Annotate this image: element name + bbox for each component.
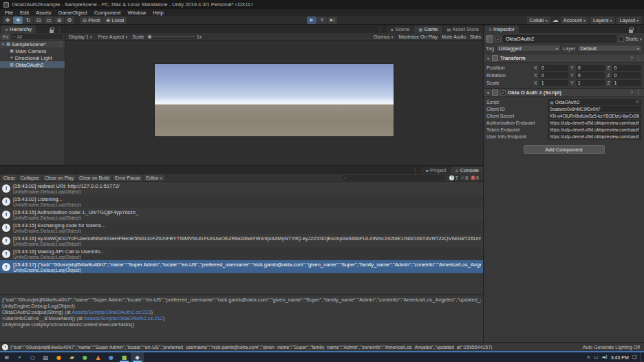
game-toolbar-button[interactable]: Stats — [470, 34, 481, 39]
foldout-arrow-icon[interactable]: ▼ — [1, 42, 5, 46]
menu-item[interactable]: GameObject — [55, 10, 91, 16]
menu-item[interactable]: Assets — [32, 10, 55, 16]
console-log-entry[interactable]: ! [15:43:02] Listening... UnityEngine.De… — [0, 195, 483, 208]
stack-trace-link[interactable]: Assets/Scripts/OktaOAuth2.cs:223 — [72, 309, 151, 315]
layer-dropdown[interactable]: Default▾ — [577, 45, 642, 52]
hierarchy-search-input[interactable]: ⌕All — [11, 34, 63, 39]
axis-y-field[interactable]: 0 — [576, 65, 605, 71]
volume-icon[interactable]: ◄) — [602, 354, 608, 360]
tab-game[interactable]: ▦Game — [414, 25, 442, 33]
static-checkbox[interactable] — [619, 36, 624, 42]
show-desktop-button[interactable] — [640, 352, 642, 362]
network-icon[interactable]: ▭ — [594, 354, 599, 360]
field-value[interactable]: ▤ https://udp-devrel-d9d.oktapreview.com… — [548, 127, 641, 133]
file-explorer-icon[interactable]: ▰ — [65, 352, 78, 362]
status-info-icon[interactable]: ! — [2, 344, 8, 350]
menu-item[interactable]: File — [1, 10, 17, 16]
console-log-entry[interactable]: ! [15:43:02] redirect URI: http://127.0.… — [0, 182, 483, 195]
warning-count-badge[interactable]: ⚠0 — [460, 175, 468, 180]
axis-z-field[interactable]: 1 — [612, 80, 641, 86]
field-value[interactable]: ▤ 0oaswzv0v8nMC9fDv0h7 ⊙ — [548, 106, 641, 112]
kebab-menu-icon[interactable]: ⋮ — [636, 56, 641, 61]
tray-chevron-icon[interactable]: ∧ — [587, 354, 590, 360]
scene-header-row[interactable]: ▼ ▦ SampleScene* ⋮ — [0, 41, 65, 47]
console-log-entry[interactable]: ! [15:43:16] Making API Call to Userinfo… — [0, 247, 483, 260]
vlc-icon[interactable]: ▲ — [92, 352, 105, 362]
unity-hub-icon[interactable]: ■ — [118, 352, 131, 362]
menu-item[interactable]: Component — [91, 10, 125, 16]
stack-trace-link[interactable]: Assets/Scripts/OktaOAuth2.cs:212 — [84, 315, 163, 321]
kebab-menu-icon[interactable]: ⋮ — [636, 90, 641, 96]
tab-project[interactable]: ▰Project — [421, 167, 450, 174]
axis-z-field[interactable]: 0 — [612, 72, 641, 78]
foldout-arrow-icon[interactable]: ▼ — [486, 91, 490, 95]
play-button[interactable]: ▶ — [307, 17, 316, 24]
notification-center-icon[interactable]: ❏ — [632, 354, 636, 360]
create-object-button[interactable]: +▾ — [1, 34, 10, 40]
layout-dropdown[interactable]: Layout▾ — [616, 17, 641, 24]
status-message[interactable]: {"sub":"00usvjxtqf64iw9u40h7","name":"Su… — [10, 345, 579, 350]
tag-dropdown[interactable]: Untagged▾ — [496, 45, 561, 52]
tab-asset-store[interactable]: ▤Asset Store — [443, 25, 483, 33]
object-picker-icon[interactable]: ⊙ — [636, 99, 639, 105]
axis-z-field[interactable]: 0 — [612, 65, 641, 71]
aspect-dropdown[interactable]: Free Aspect▾ — [97, 34, 129, 40]
slider-thumb[interactable] — [148, 35, 151, 39]
custom-tool-button[interactable]: ⚙ — [65, 17, 74, 24]
kebab-menu-icon[interactable]: ⋮ — [56, 28, 62, 33]
tab-inspector[interactable]: ⊙Inspector — [484, 25, 519, 33]
console-toolbar-button[interactable]: Error Pause — [113, 175, 142, 181]
tab-hierarchy[interactable]: ≡Hierarchy — [1, 25, 36, 33]
kebab-menu-icon[interactable]: ⋮ — [58, 41, 63, 47]
field-value[interactable]: ▤ https://udp-devrel-d9d.oktapreview.com… — [548, 134, 641, 140]
static-group[interactable]: Static▾ — [619, 36, 642, 42]
gameobject-name-field[interactable]: OktaOAuth2 — [503, 35, 616, 43]
console-toolbar-button[interactable]: Clear on Build — [77, 175, 111, 181]
axis-y-field[interactable]: 0 — [576, 72, 605, 78]
active-checkbox[interactable]: ✓ — [495, 36, 501, 42]
axis-y-field[interactable]: 1 — [576, 80, 605, 86]
console-toolbar-button[interactable]: Collapse — [19, 175, 41, 181]
editor-dropdown[interactable]: Editor ▾ — [144, 175, 164, 181]
game-toolbar-button[interactable]: Maximize On Play — [399, 34, 438, 39]
game-toolbar-button[interactable]: Mute Audio — [442, 34, 466, 39]
add-component-button[interactable]: Add Component — [524, 145, 605, 154]
move-tool-button[interactable]: ✛ — [13, 17, 23, 24]
account-dropdown[interactable]: Account▾ — [561, 17, 588, 24]
component-enabled-checkbox[interactable]: ✓ — [500, 90, 506, 96]
cloud-icon[interactable]: ☁ — [552, 17, 559, 23]
collab-dropdown[interactable]: Collab▾ — [527, 17, 550, 24]
transform-component-header[interactable]: ▼ Transform ?⋮ — [484, 54, 644, 63]
lock-icon[interactable] — [50, 30, 54, 33]
axis-x-field[interactable]: 0 — [539, 72, 568, 78]
tab-console[interactable]: ≡Console — [451, 167, 483, 174]
steam-icon[interactable]: ● — [105, 352, 118, 362]
layers-dropdown[interactable]: Layers▾ — [590, 17, 615, 24]
task-view-icon[interactable]: ▤ — [39, 352, 52, 362]
axis-x-field[interactable]: 1 — [539, 80, 568, 86]
foldout-arrow-icon[interactable]: ▼ — [486, 56, 490, 61]
field-value[interactable]: ▤ https://udp-devrel-d9d.oktapreview.com… — [548, 120, 641, 126]
hierarchy-item-directional-light[interactable]: ☀ Directional Light — [0, 54, 65, 61]
unity-editor-icon[interactable]: ◆ — [131, 352, 144, 362]
step-button[interactable]: ▶| — [328, 17, 337, 24]
kebab-menu-icon[interactable]: ⋮ — [378, 28, 383, 33]
hierarchy-item-main-camera[interactable]: ▣ Main Camera — [0, 47, 65, 54]
hierarchy-item-oktaoauth2[interactable]: ▦ OktaOAuth2 — [0, 61, 65, 68]
kebab-menu-icon[interactable]: ⋮ — [412, 169, 418, 174]
scale-tool-button[interactable]: ⊡ — [34, 17, 43, 24]
console-toolbar-button[interactable]: Clear on Play — [43, 175, 76, 181]
rect-tool-button[interactable]: ▭ — [44, 17, 54, 24]
local-toggle[interactable]: ⊕Local — [103, 17, 127, 24]
scale-slider[interactable] — [147, 36, 195, 37]
display-dropdown[interactable]: Display 1▾ — [67, 34, 94, 40]
info-count-badge[interactable]: !7 — [449, 175, 458, 180]
menu-item[interactable]: Help — [149, 10, 167, 16]
search-button[interactable]: ⌕ — [13, 352, 26, 362]
kebab-menu-icon[interactable]: ⋮ — [636, 28, 641, 33]
script-component-header[interactable]: ▼ ✓ Okta O Auth 2 (Script) ?⋮ — [484, 88, 644, 97]
error-count-badge[interactable]: !0 — [471, 175, 479, 180]
taskbar-clock[interactable]: 3:43 PM — [611, 355, 629, 360]
menu-item[interactable]: Window — [124, 10, 149, 16]
field-value[interactable]: ▤ KN-o4OjURr0bdUwSz5-kcYBQEtzU-fjwCxStkm… — [548, 113, 641, 119]
